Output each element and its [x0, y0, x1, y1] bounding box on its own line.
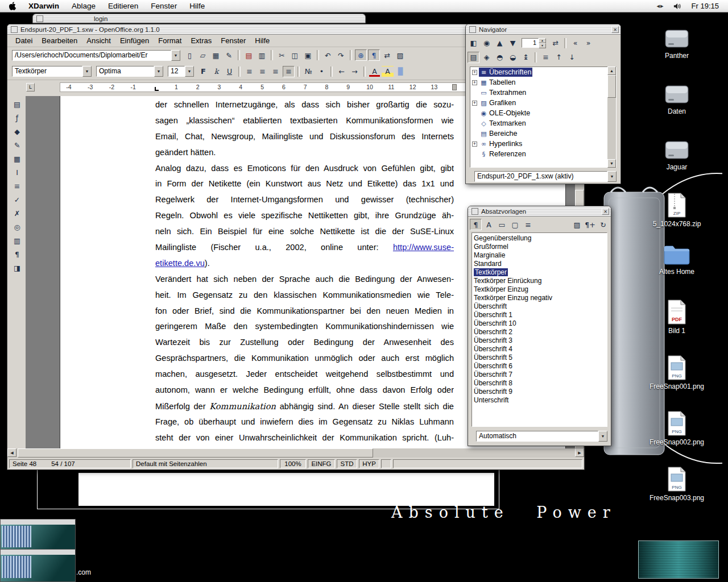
- auto-spellcheck-icon[interactable]: ✗: [11, 207, 23, 219]
- style-list-item[interactable]: Überschrift 5: [472, 354, 607, 362]
- expander-icon[interactable]: [472, 142, 477, 147]
- font-name-field[interactable]: Optima: [96, 66, 154, 77]
- style-list-item[interactable]: Überschrift 1: [472, 311, 607, 319]
- find-replace-icon[interactable]: ◎: [11, 221, 23, 232]
- menu-item[interactable]: Hilfe: [250, 36, 274, 45]
- status-zoom[interactable]: 100%: [280, 459, 306, 468]
- menu-item[interactable]: XDarwin: [28, 2, 59, 10]
- menu-item[interactable]: Format: [154, 36, 186, 45]
- align-center-icon[interactable]: ≡: [257, 66, 268, 77]
- style-list-item[interactable]: Textkörper Einzug: [472, 285, 607, 294]
- menu-item[interactable]: Editieren: [108, 2, 138, 10]
- update-style-icon[interactable]: ↻: [597, 219, 609, 230]
- font-name-dropdown-button[interactable]: ▼: [154, 66, 163, 77]
- font-size-field[interactable]: 12: [168, 66, 185, 77]
- paragraph-style-dropdown-button[interactable]: ▼: [82, 66, 92, 77]
- desktop-icon-panther[interactable]: Panther: [640, 28, 714, 60]
- status-selection-mode[interactable]: STD: [337, 459, 357, 468]
- hyperlink-icon[interactable]: ⇄: [381, 49, 393, 61]
- tree-scrollbar[interactable]: ▲ ▼: [607, 66, 616, 168]
- scroll-up-button[interactable]: ▲: [607, 66, 616, 75]
- form-functions-icon[interactable]: ▦: [11, 153, 23, 164]
- highlighting-icon[interactable]: A: [382, 66, 394, 77]
- font-color-icon[interactable]: A: [369, 66, 380, 77]
- separator[interactable]: [317, 50, 319, 60]
- fill-format-icon[interactable]: ▨: [571, 219, 583, 230]
- font-size-dropdown-button[interactable]: ▼: [185, 66, 194, 77]
- edit-file-icon[interactable]: ✎: [223, 49, 235, 61]
- numbered-list-icon[interactable]: №: [303, 66, 315, 77]
- footer-icon[interactable]: ◒: [507, 52, 519, 63]
- menu-bar-clock[interactable]: Fr 19:15: [692, 2, 719, 10]
- stylist-titlebar[interactable]: Absatzvorlagen: [468, 206, 611, 217]
- style-list-item[interactable]: Überschrift 8: [472, 379, 607, 388]
- print-icon[interactable]: ▥: [256, 49, 268, 61]
- style-list-item[interactable]: Überschrift 10: [472, 319, 607, 328]
- status-insert-mode[interactable]: EINFG: [308, 459, 335, 468]
- spinner-up-icon[interactable]: ▲: [539, 38, 546, 43]
- copy-icon[interactable]: ◫: [289, 49, 301, 61]
- display-icon[interactable]: ◂▸: [657, 2, 664, 10]
- menu-item[interactable]: Ablage: [72, 2, 96, 10]
- desktop-icon-freesnap001[interactable]: PNG FreeSnap001.png: [640, 355, 714, 390]
- tree-item[interactable]: ◇ Textmarken: [470, 118, 616, 128]
- scroll-down-button[interactable]: ▼: [607, 159, 616, 168]
- cut-icon[interactable]: ✂: [276, 49, 288, 61]
- spellcheck-icon[interactable]: ✓: [11, 194, 23, 205]
- tree-item[interactable]: ▤ Bereiche: [470, 128, 616, 139]
- expander-icon[interactable]: [472, 80, 477, 85]
- align-left-icon[interactable]: ≡: [243, 66, 255, 77]
- separator[interactable]: [297, 66, 300, 77]
- stylist-toggle-icon[interactable]: ¶: [368, 49, 380, 61]
- align-justify-icon[interactable]: ≡: [283, 66, 295, 77]
- style-list-item[interactable]: Gegenüberstellung: [472, 234, 607, 243]
- volume-icon[interactable]: [673, 2, 682, 10]
- bold-icon[interactable]: F: [197, 66, 209, 77]
- desktop-icon-freesnap003[interactable]: PNG FreeSnap003.png: [640, 466, 714, 502]
- separator[interactable]: [238, 66, 241, 77]
- desktop-icon-zip[interactable]: ZIP 5_1024x768.zip: [640, 192, 714, 228]
- tree-item[interactable]: ▭ Textrahmen: [470, 88, 616, 98]
- header-icon[interactable]: ◓: [494, 52, 506, 63]
- anchor-icon[interactable]: ↨: [520, 52, 532, 63]
- style-list-item[interactable]: Textkörper Einrückung: [472, 277, 607, 285]
- tree-item[interactable]: ▦ Tabellen: [470, 77, 616, 88]
- style-list-item[interactable]: Unterschrift: [472, 396, 607, 405]
- status-page-style[interactable]: Default mit Seitenzahlen: [133, 459, 278, 468]
- promote-level-icon[interactable]: «: [569, 38, 581, 49]
- separator[interactable]: [535, 52, 537, 63]
- cursor-icon[interactable]: Ι: [11, 167, 23, 178]
- expander-icon[interactable]: [472, 101, 477, 106]
- separator[interactable]: [238, 50, 240, 60]
- desktop-icon-bild1[interactable]: PDF Bild 1: [640, 299, 714, 335]
- desktop-icon-freesnap002[interactable]: PNG FreeSnap002.png: [640, 410, 714, 446]
- export-pdf-icon[interactable]: ▤: [243, 49, 255, 61]
- graphics-onoff-icon[interactable]: ◨: [11, 262, 23, 273]
- url-dropdown-button[interactable]: ▼: [171, 50, 180, 61]
- insert-objects-icon[interactable]: ◆: [11, 126, 23, 137]
- content-view-icon[interactable]: ▤: [468, 52, 479, 63]
- style-list-item[interactable]: Überschrift 9: [472, 388, 607, 396]
- new-document-icon[interactable]: ▯: [184, 49, 196, 61]
- mini-titlebar[interactable]: [1, 519, 75, 525]
- undo-icon[interactable]: ↶: [322, 49, 334, 61]
- desktop-icon-jaguar[interactable]: Jaguar: [640, 140, 714, 171]
- style-list-item[interactable]: Grußformel: [472, 243, 607, 251]
- menu-item[interactable]: Bearbeiten: [37, 36, 82, 45]
- right-indent-marker[interactable]: [452, 84, 457, 90]
- menu-item[interactable]: Einfügen: [115, 36, 154, 45]
- separator[interactable]: [363, 66, 366, 77]
- separator[interactable]: [564, 38, 566, 48]
- move-down-icon[interactable]: ↓: [566, 52, 578, 63]
- tree-item[interactable]: ≡ Überschriften: [470, 67, 616, 77]
- tab-type-button[interactable]: L: [26, 83, 35, 92]
- style-filter-field[interactable]: Automatisch: [476, 431, 598, 442]
- back-icon[interactable]: ▲: [494, 38, 506, 49]
- toggle-icon[interactable]: ◧: [468, 38, 479, 49]
- scroll-left-button[interactable]: ◀: [7, 448, 16, 457]
- document-select-field[interactable]: Endspurt-20_PDF_1.sxw (aktiv): [474, 171, 607, 182]
- close-icon[interactable]: [611, 26, 619, 33]
- italic-icon[interactable]: k: [210, 66, 222, 77]
- style-list-item[interactable]: Überschrift 2: [472, 328, 607, 336]
- status-hyperlink-mode[interactable]: HYP: [359, 459, 379, 468]
